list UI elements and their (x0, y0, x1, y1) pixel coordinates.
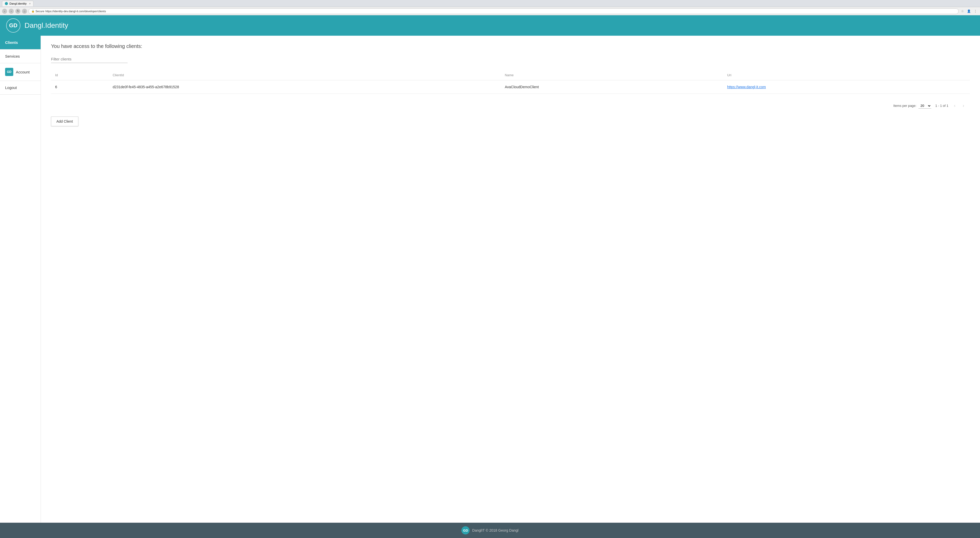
footer-logo: GD (461, 526, 469, 535)
browser-actions: ☆ 👤 ⋮ (960, 9, 978, 14)
back-button[interactable]: ‹ (2, 9, 7, 14)
sidebar-logout-label: Logout (5, 86, 17, 90)
clients-table: Id ClientId Name Uri 6 d231de0f-fe45-483… (51, 70, 970, 94)
app-footer: GD DanglIT © 2018 Georg Dangl (0, 523, 980, 538)
address-bar[interactable]: 🔒 Secure https://identity-dev.dangl-it.c… (29, 8, 959, 14)
main-content: You have access to the following clients… (41, 36, 980, 523)
main-layout: Clients Services GD Account Logout You h… (0, 36, 980, 523)
col-id: Id (51, 70, 108, 80)
browser-chrome: Dangl.Identity × (0, 0, 980, 7)
pagination-row: Items per page: 5102050100 1 - 1 of 1 ‹ … (51, 99, 970, 113)
sidebar-services-label: Services (5, 54, 20, 59)
browser-tab[interactable]: Dangl.Identity × (2, 1, 33, 6)
tab-title: Dangl.Identity (10, 2, 27, 5)
refresh-button[interactable]: ↻ (15, 9, 21, 14)
filter-input-wrap (51, 56, 127, 63)
url-text: https://identity-dev.dangl-it.com/develo… (45, 10, 106, 13)
home-button[interactable]: ⌂ (22, 9, 27, 14)
browser-controls: ‹ › ↻ ⌂ 🔒 Secure https://identity-dev.da… (0, 7, 980, 15)
cell-uri[interactable]: https://www.dangl-it.com (723, 80, 970, 94)
app-logo: GD (6, 18, 21, 33)
bookmark-icon[interactable]: ☆ (960, 9, 965, 14)
forward-button[interactable]: › (9, 9, 14, 14)
table-row: 6 d231de0f-fe45-4835-a455-a2e678b91528 A… (51, 80, 970, 94)
page-info: 1 - 1 of 1 (935, 104, 948, 108)
add-client-button[interactable]: Add Client (51, 116, 78, 126)
tab-favicon (5, 2, 8, 5)
cell-id: 6 (51, 80, 108, 94)
profile-icon[interactable]: 👤 (966, 9, 972, 14)
col-name: Name (501, 70, 723, 80)
filter-clients-input[interactable] (51, 56, 127, 63)
secure-icon: 🔒 (32, 10, 35, 13)
col-uri: Uri (723, 70, 970, 80)
uri-link[interactable]: https://www.dangl-it.com (727, 85, 766, 89)
account-avatar: GD (5, 68, 13, 76)
menu-icon[interactable]: ⋮ (973, 9, 978, 14)
cell-name: AvaCloudDemoClient (501, 80, 723, 94)
sidebar-item-account[interactable]: GD Account (0, 63, 41, 81)
cell-clientid: d231de0f-fe45-4835-a455-a2e678b91528 (108, 80, 501, 94)
page-heading: You have access to the following clients… (51, 43, 970, 49)
prev-page-button[interactable]: ‹ (953, 102, 957, 110)
per-page-select[interactable]: 5102050100 (918, 103, 931, 109)
tab-close-button[interactable]: × (29, 2, 30, 5)
sidebar: Clients Services GD Account Logout (0, 36, 41, 523)
items-per-page-control: Items per page: 5102050100 (893, 103, 931, 109)
sidebar-item-services[interactable]: Services (0, 49, 41, 63)
table-header-row: Id ClientId Name Uri (51, 70, 970, 80)
items-per-page-label: Items per page: (893, 104, 916, 108)
sidebar-clients-label: Clients (5, 40, 18, 44)
col-clientid: ClientId (108, 70, 501, 80)
sidebar-account-label: Account (16, 70, 30, 74)
next-page-button[interactable]: › (961, 102, 966, 110)
sidebar-item-logout[interactable]: Logout (0, 81, 41, 95)
footer-text: DanglIT © 2018 Georg Dangl (472, 528, 518, 532)
app-header: GD Dangl.Identity (0, 15, 980, 36)
secure-label: Secure (35, 10, 45, 13)
sidebar-item-clients[interactable]: Clients (0, 36, 41, 49)
app-title: Dangl.Identity (24, 21, 68, 30)
